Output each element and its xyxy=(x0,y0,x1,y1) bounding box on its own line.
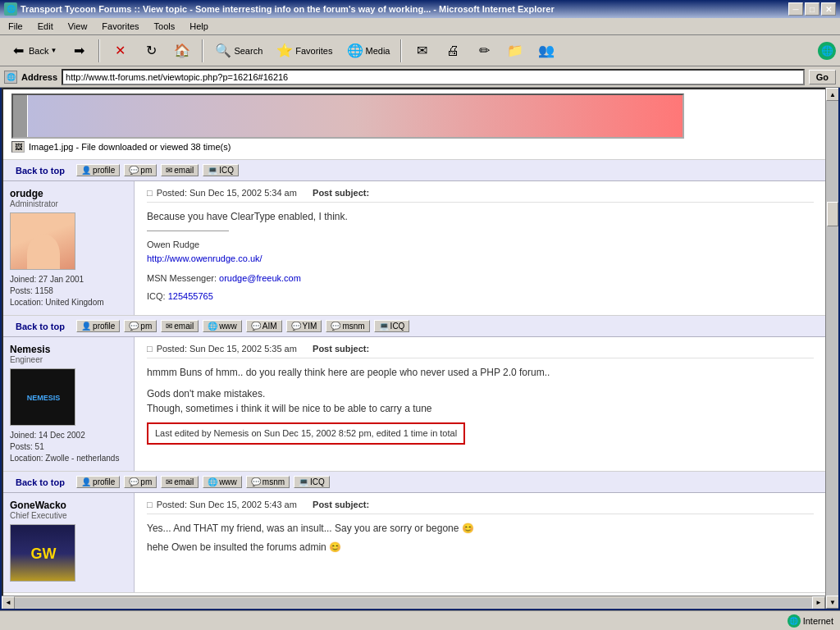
avatar-orudge xyxy=(10,212,75,270)
search-button[interactable]: 🔍 Search xyxy=(209,39,267,63)
post-sidebar-nemesis: Nemesis Engineer NEMESIS Joined: 14 Dec … xyxy=(3,337,135,471)
scroll-track[interactable] xyxy=(826,101,838,596)
icq-icon-2: 💻 xyxy=(379,322,389,331)
back-to-top-link-2[interactable]: Back to top xyxy=(16,322,65,331)
profile-btn-3[interactable]: 👤 profile xyxy=(76,476,120,488)
media-button[interactable]: 🌐 Media xyxy=(341,39,395,63)
scroll-down-button[interactable]: ▼ xyxy=(826,596,839,609)
username-nemesis: Nemesis xyxy=(10,344,127,355)
post-content-gonewacko: □ Posted: Sun Dec 15, 2002 5:43 am Post … xyxy=(135,493,826,592)
folder-button[interactable]: 📁 xyxy=(501,39,529,63)
menu-edit[interactable]: Edit xyxy=(34,20,57,33)
minimize-button[interactable]: ─ xyxy=(788,2,803,16)
post-body-orudge: Because you have ClearType enabled, I th… xyxy=(147,209,814,303)
stop-icon: ✕ xyxy=(111,42,129,60)
post-icon-gonewacko: □ xyxy=(147,500,153,509)
separator-3 xyxy=(400,39,402,62)
window-title: Transport Tycoon Forums :: View topic - … xyxy=(21,4,555,14)
maximize-button[interactable]: □ xyxy=(805,2,819,16)
msnm-btn-3[interactable]: 💬 msnm xyxy=(246,476,290,488)
pm-btn-3[interactable]: 💬 pm xyxy=(124,476,157,488)
username-orudge: orudge xyxy=(10,188,127,199)
www-btn-3[interactable]: 🌐 www xyxy=(203,476,242,488)
separator-1 xyxy=(98,39,100,62)
msn-email-orudge[interactable]: orudge@freeuk.com xyxy=(219,273,301,283)
email-btn-2[interactable]: ✉ email xyxy=(161,320,199,332)
close-button[interactable]: ✕ xyxy=(821,2,836,16)
refresh-button[interactable]: ↻ xyxy=(137,39,165,63)
profile-icon-1: 👤 xyxy=(81,166,91,175)
yim-btn-2[interactable]: 💬 YIM xyxy=(286,320,322,332)
rank-orudge: Administrator xyxy=(10,199,127,208)
media-icon: 🌐 xyxy=(346,42,364,60)
forward-button[interactable]: ➡ xyxy=(65,39,93,63)
pm-icon-1: 💬 xyxy=(129,166,139,175)
back-to-top-row-1: Back to top 👤 profile 💬 pm ✉ email 💻 ICQ xyxy=(3,160,826,181)
scroll-right-button[interactable]: ► xyxy=(812,596,825,609)
email-btn-1[interactable]: ✉ email xyxy=(161,164,199,176)
content-area[interactable]: 🖼 Image1.jpg - File downloaded or viewed… xyxy=(2,88,828,609)
profile-btn-2[interactable]: 👤 profile xyxy=(76,320,120,332)
status-bar: 🌐 Internet xyxy=(0,610,840,630)
icq-num-orudge[interactable]: 125455765 xyxy=(168,291,213,301)
post-icon-nemesis: □ xyxy=(147,344,153,354)
post-sidebar-orudge: orudge Administrator Joined: 27 Jan 2001… xyxy=(3,181,135,315)
stop-button[interactable]: ✕ xyxy=(106,39,134,63)
menu-tools[interactable]: Tools xyxy=(150,20,180,33)
www-icon-3: 🌐 xyxy=(208,477,217,486)
rank-nemesis: Engineer xyxy=(10,355,127,364)
back-to-top-link-1[interactable]: Back to top xyxy=(16,166,65,176)
menu-help[interactable]: Help xyxy=(185,20,212,33)
scroll-left-button[interactable]: ◄ xyxy=(2,596,15,609)
scroll-thumb[interactable] xyxy=(827,202,838,226)
post-body-gonewacko: Yes... And THAT my friend, was an insult… xyxy=(147,521,814,555)
pm-icon-3: 💬 xyxy=(129,477,139,486)
aim-icon-2: 💬 xyxy=(251,322,261,331)
search-icon: 🔍 xyxy=(214,42,232,60)
address-input[interactable] xyxy=(62,69,805,85)
profile-btn-1[interactable]: 👤 profile xyxy=(76,164,120,176)
edit-button[interactable]: ✏ xyxy=(470,39,498,63)
pm-btn-2[interactable]: 💬 pm xyxy=(124,320,157,332)
favorites-button[interactable]: ⭐ Favorites xyxy=(271,39,337,63)
post-body-nemesis: hmmm Buns of hmm.. do you really think h… xyxy=(147,365,814,445)
msnm-btn-2[interactable]: 💬 msnm xyxy=(326,320,369,332)
folder-icon: 📁 xyxy=(506,42,524,60)
aim-btn-2[interactable]: 💬 AIM xyxy=(246,320,282,332)
username-gonewacko: GoneWacko xyxy=(10,500,127,511)
yim-icon-2: 💬 xyxy=(291,322,301,331)
mail-button[interactable]: ✉ xyxy=(408,39,436,63)
star-icon: ⭐ xyxy=(276,42,294,60)
toolbar: ⬅ Back ▼ ➡ ✕ ↻ 🏠 🔍 Search ⭐ Favorites 🌐 … xyxy=(0,35,840,66)
go-button[interactable]: Go xyxy=(809,70,836,84)
post-header-nemesis: □ Posted: Sun Dec 15, 2002 5:35 am Post … xyxy=(147,344,814,358)
back-to-top-link-3[interactable]: Back to top xyxy=(16,477,65,487)
users-icon: 👥 xyxy=(537,42,555,60)
users-button[interactable]: 👥 xyxy=(532,39,560,63)
icq-btn-2[interactable]: 💻 ICQ xyxy=(374,320,410,332)
post-content-nemesis: □ Posted: Sun Dec 15, 2002 5:35 am Post … xyxy=(135,337,826,471)
post-header-gonewacko: □ Posted: Sun Dec 15, 2002 5:43 am Post … xyxy=(147,500,814,514)
menu-favorites[interactable]: Favorites xyxy=(98,20,143,33)
print-button[interactable]: 🖨 xyxy=(439,39,467,63)
scroll-up-button[interactable]: ▲ xyxy=(826,88,839,101)
sig-url-orudge[interactable]: http://www.owenrudge.co.uk/ xyxy=(147,253,262,263)
userinfo-orudge: Joined: 27 Jan 2001 Posts: 1158 Location… xyxy=(10,274,127,308)
vertical-scrollbar[interactable]: ▲ ▼ xyxy=(825,88,838,609)
title-bar: 🌐 Transport Tycoon Forums :: View topic … xyxy=(0,0,840,18)
www-btn-2[interactable]: 🌐 www xyxy=(203,320,242,332)
forum-body: 🖼 Image1.jpg - File downloaded or viewed… xyxy=(3,89,826,593)
back-button[interactable]: ⬅ Back ▼ xyxy=(4,39,62,63)
icq-btn-1[interactable]: 💻 ICQ xyxy=(203,164,239,176)
horizontal-scrollbar[interactable]: ◄ ► xyxy=(2,596,825,609)
icq-btn-3[interactable]: 💻 ICQ xyxy=(294,476,330,488)
menu-view[interactable]: View xyxy=(64,20,92,33)
home-button[interactable]: 🏠 xyxy=(168,39,196,63)
pm-btn-1[interactable]: 💬 pm xyxy=(124,164,157,176)
menu-file[interactable]: File xyxy=(4,20,27,33)
post-content-orudge: □ Posted: Sun Dec 15, 2002 5:34 am Post … xyxy=(135,181,826,315)
rank-gonewacko: Chief Executive xyxy=(10,511,127,520)
email-btn-3[interactable]: ✉ email xyxy=(161,476,199,488)
h-scroll-track[interactable] xyxy=(15,598,812,608)
www-icon-2: 🌐 xyxy=(208,322,217,331)
